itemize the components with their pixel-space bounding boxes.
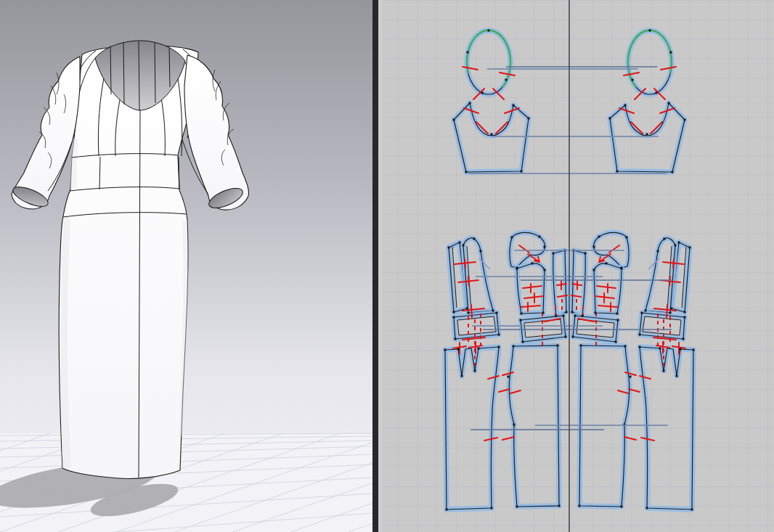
3d-viewport[interactable] bbox=[0, 0, 372, 532]
viewport-divider[interactable] bbox=[372, 0, 378, 532]
2d-pattern-viewport[interactable] bbox=[378, 0, 774, 532]
dress-body[interactable] bbox=[59, 46, 198, 479]
application-window bbox=[0, 0, 774, 532]
2d-grid-background bbox=[378, 0, 774, 532]
pane-edge-highlight bbox=[378, 0, 383, 532]
